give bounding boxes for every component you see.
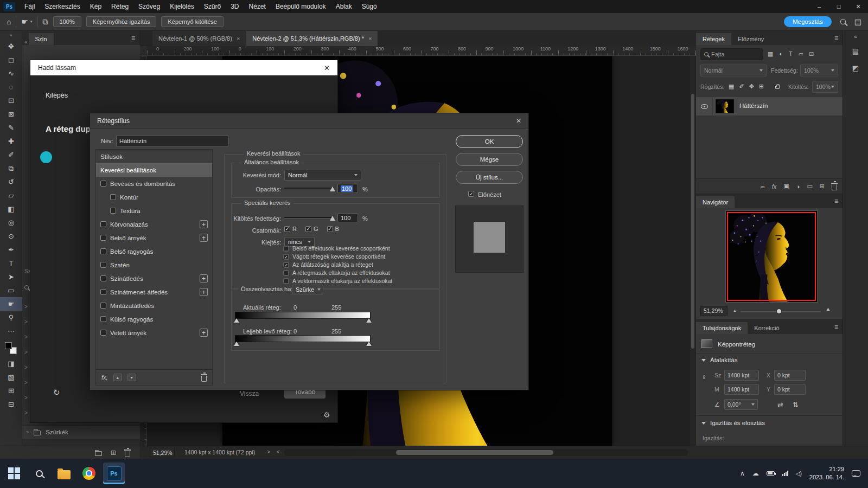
menu-item[interactable]: Szöveg <box>133 0 165 13</box>
below-layer-gradient[interactable] <box>235 335 371 347</box>
x-field[interactable]: 0 kpt <box>774 370 806 381</box>
pen-tool[interactable]: ✒ <box>0 243 22 256</box>
delete-icon[interactable] <box>125 451 130 457</box>
network-icon[interactable] <box>782 471 788 476</box>
horizontal-scrollbar-thumb[interactable] <box>396 450 553 455</box>
menu-item[interactable]: Kép <box>85 0 106 13</box>
menu-item[interactable]: Beépülő modulok <box>271 0 331 13</box>
blend-option-checkbox[interactable] <box>284 254 289 259</box>
foreground-color-swatch[interactable] <box>5 342 12 349</box>
clock[interactable]: 21:29 2023. 06. 14. <box>809 465 844 482</box>
style-checkbox[interactable] <box>100 316 106 322</box>
history-brush-tool[interactable]: ↺ <box>0 175 22 189</box>
tab-szin[interactable]: Szín <box>29 33 54 45</box>
width-field[interactable]: 1400 kpt <box>724 370 759 381</box>
style-list-item[interactable]: Stílusok <box>96 150 212 163</box>
tab-navigator[interactable]: Navigátor <box>696 196 735 208</box>
new-layer-icon[interactable]: ⊞ <box>820 183 825 190</box>
menu-item[interactable]: 3D <box>226 0 244 13</box>
dodge-tool[interactable]: ⊙ <box>0 229 22 243</box>
collapsed-panel-chevron[interactable]: > <box>24 410 28 416</box>
menu-item[interactable]: Súgó <box>357 0 382 13</box>
panel-menu-icon[interactable]: ≡ <box>834 34 838 42</box>
layer-style-titlebar[interactable]: Rétegstílus ✕ <box>90 113 528 129</box>
channel-toggle[interactable]: G <box>305 226 318 232</box>
filter-smart-objects-icon[interactable]: ⊡ <box>809 50 814 57</box>
edit-toolbar-icon[interactable]: ⋯ <box>0 324 22 338</box>
style-list-item[interactable]: Keverési beállítások <box>96 163 212 177</box>
style-list-item[interactable]: Körvonalazás <box>96 217 212 231</box>
style-list-item[interactable]: Belső árnyék <box>96 231 212 245</box>
collapsed-panel-chevron[interactable]: > <box>24 334 28 340</box>
blend-if-select[interactable]: Szürke <box>292 285 323 294</box>
search-icon[interactable] <box>840 19 846 24</box>
blend-option-checkbox[interactable] <box>284 278 289 284</box>
gradient-thumb-right[interactable] <box>366 342 372 346</box>
arrange-windows-icon[interactable]: ⧉ <box>43 17 48 27</box>
lock-artboard-icon[interactable]: ⊞ <box>759 83 764 90</box>
filter-pixel-layers-icon[interactable]: ▦ <box>768 50 773 57</box>
style-checkbox[interactable] <box>100 275 106 281</box>
section-chevron-icon[interactable] <box>701 422 706 425</box>
panel-tab[interactable]: Tulajdonságok <box>696 322 748 334</box>
panel-tab[interactable]: Korrekció <box>748 322 786 334</box>
gradient-thumb-left[interactable] <box>234 318 239 323</box>
close-button[interactable]: ✕ <box>848 0 868 13</box>
dock-icon-2[interactable]: ⊟ <box>0 397 22 411</box>
expand-dock-chevron[interactable]: « <box>843 34 868 40</box>
style-list-item[interactable]: Textúra <box>96 204 212 217</box>
style-checkbox[interactable] <box>100 221 106 227</box>
status-zoom-field[interactable]: 51,29% <box>150 448 175 457</box>
blend-option-row[interactable]: Vágott rétegek keverése csoportként <box>283 253 392 260</box>
zoom-out-icon[interactable]: ▲ <box>733 309 737 312</box>
hand-tool[interactable]: ☛ <box>0 297 22 311</box>
style-list-item[interactable]: Bevésés és domborítás <box>96 177 212 190</box>
minimize-button[interactable]: – <box>809 0 829 13</box>
adjustment-layer-icon[interactable]: ◑ <box>796 183 800 190</box>
slider-thumb[interactable] <box>330 187 335 191</box>
style-checkbox[interactable] <box>100 262 106 268</box>
blend-option-row[interactable]: A vektormaszk eltakarja az effektusokat <box>283 277 392 285</box>
layer-fill-select[interactable]: 100% <box>812 81 838 93</box>
blend-mode-select[interactable]: Normál <box>284 170 361 181</box>
screen-mode-icon[interactable]: ▧ <box>0 370 22 384</box>
style-list-item[interactable]: Szatén <box>96 258 212 272</box>
add-effect-button[interactable] <box>200 288 208 296</box>
zoom-tool[interactable]: ⚲ <box>0 311 22 324</box>
layer-opacity-select[interactable]: 100% <box>800 65 838 76</box>
panel-tab[interactable]: Rétegek <box>696 33 731 45</box>
opacity-slider[interactable] <box>284 183 334 192</box>
lock-position-icon[interactable]: ✥ <box>749 83 754 90</box>
panel-menu-icon[interactable]: ≡ <box>834 197 838 205</box>
layer-filter-box[interactable]: Fajta <box>700 48 763 60</box>
collapsed-panel-chevron[interactable]: > <box>24 349 28 355</box>
close-icon[interactable]: ✕ <box>324 64 330 72</box>
add-effect-button[interactable] <box>200 234 208 242</box>
collapsed-panel-chevron[interactable]: > <box>24 319 28 325</box>
crop-tool[interactable]: ⊡ <box>0 94 22 107</box>
panel-menu-icon[interactable]: ≡ <box>834 323 838 331</box>
tray-chevron-icon[interactable]: ∧ <box>740 470 745 477</box>
new-style-button[interactable]: Új stílus... <box>456 171 523 184</box>
navigator-thumbnail[interactable] <box>725 210 818 303</box>
channel-checkbox[interactable] <box>284 226 290 232</box>
style-checkbox[interactable] <box>110 194 116 200</box>
battery-icon[interactable] <box>767 471 775 476</box>
style-checkbox[interactable] <box>100 181 106 187</box>
style-list-item[interactable]: Színátmenet-átfedés <box>96 285 212 299</box>
type-tool[interactable]: T <box>0 256 22 270</box>
channel-toggle[interactable]: B <box>327 226 339 232</box>
object-selection-tool[interactable]: ◌ <box>0 80 22 94</box>
link-dimensions-icon[interactable]: ∞ <box>701 375 708 380</box>
layer-name[interactable]: Háttérszín <box>739 102 768 109</box>
hand-tool-icon[interactable]: ☛ <box>21 17 28 26</box>
collapsed-panel-icon-2[interactable]: ◩ <box>852 64 859 72</box>
close-tab-icon[interactable]: × <box>237 35 240 42</box>
menu-item[interactable]: Nézet <box>244 0 271 13</box>
share-button[interactable]: Megosztás <box>784 16 832 27</box>
fill-opacity-field[interactable]: 100 <box>337 213 358 222</box>
maximize-button[interactable]: □ <box>829 0 848 13</box>
collapse-dock-chevron[interactable]: « <box>24 39 28 45</box>
lock-transparency-icon[interactable]: ▦ <box>729 83 734 90</box>
color-swatches[interactable] <box>4 342 17 355</box>
